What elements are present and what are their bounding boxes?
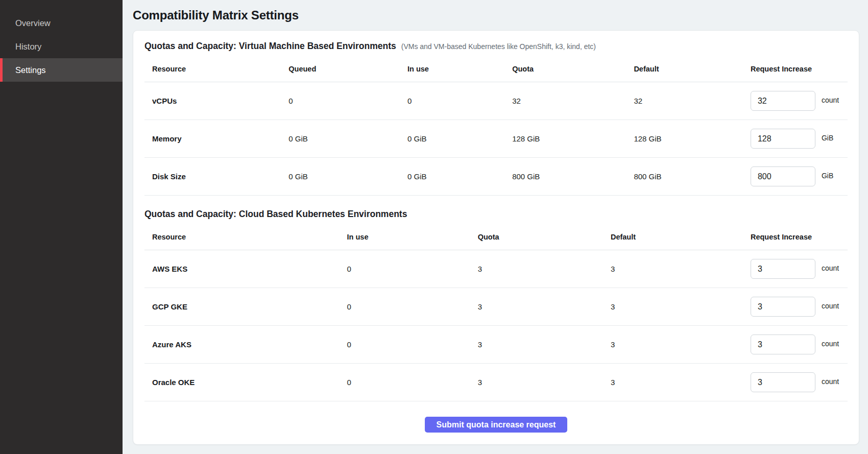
sidebar-item-history[interactable]: History	[0, 35, 123, 58]
request-increase-cell: GiB	[751, 129, 848, 149]
quota-section-2: Quotas and Capacity: Cloud Based Kuberne…	[144, 209, 848, 401]
cell-value: 0	[347, 265, 478, 273]
resource-name: Azure AKS	[144, 340, 347, 349]
cell-value: 0 GiB	[407, 134, 512, 143]
request-increase-cell: count	[751, 91, 848, 111]
request-increase-input-gcp-gke[interactable]	[751, 297, 815, 317]
cell-value: 0	[288, 97, 407, 105]
request-increase-input-azure-aks[interactable]	[751, 334, 815, 354]
resource-name: Disk Size	[144, 172, 288, 181]
sidebar-item-settings[interactable]: Settings	[0, 58, 123, 82]
cell-value: 0	[407, 97, 512, 105]
sidebar: OverviewHistorySettings	[0, 0, 123, 454]
request-increase-cell: count	[751, 259, 848, 279]
section-subtitle: (VMs and VM-based Kubernetes like OpenSh…	[401, 42, 596, 51]
cell-value: 3	[611, 340, 751, 349]
cell-value: 3	[611, 378, 751, 387]
section-title-row: Quotas and Capacity: Cloud Based Kuberne…	[144, 209, 848, 220]
request-increase-input-vcpus[interactable]	[751, 91, 815, 111]
table-row: Memory0 GiB0 GiB128 GiB128 GiBGiB	[144, 120, 848, 158]
resource-name: Oracle OKE	[144, 378, 347, 387]
column-header-quota: Quota	[478, 233, 611, 241]
unit-label: count	[822, 302, 839, 310]
table-row: GCP GKE033count	[144, 288, 848, 326]
cell-value: 0	[347, 340, 478, 349]
page-title: Compatibility Matrix Settings	[133, 8, 859, 22]
column-header-resource: Resource	[144, 233, 347, 241]
request-increase-input-disk-size[interactable]	[751, 166, 815, 186]
request-increase-input-aws-eks[interactable]	[751, 259, 815, 279]
unit-label: count	[822, 340, 839, 348]
column-header-in-use: In use	[347, 233, 478, 241]
resource-name: AWS EKS	[144, 265, 347, 273]
cell-value: 3	[611, 302, 751, 311]
column-header-request-increase: Request Increase	[751, 65, 848, 73]
section-title: Quotas and Capacity: Virtual Machine Bas…	[144, 41, 396, 52]
resource-name: GCP GKE	[144, 302, 347, 311]
table-header-row: ResourceQueuedIn useQuotaDefaultRequest …	[144, 56, 848, 82]
unit-label: count	[822, 96, 839, 104]
cell-value: 800 GiB	[634, 172, 751, 181]
table-row: vCPUs003232count	[144, 82, 848, 120]
cell-value: 0	[347, 302, 478, 311]
unit-label: GiB	[822, 134, 833, 142]
resource-name: Memory	[144, 134, 288, 143]
table-row: AWS EKS033count	[144, 250, 848, 288]
main-content: Compatibility Matrix Settings Quotas and…	[123, 0, 868, 454]
cell-value: 0 GiB	[288, 134, 407, 143]
column-header-default: Default	[611, 233, 751, 241]
quota-sections: Quotas and Capacity: Virtual Machine Bas…	[144, 41, 848, 401]
button-row: Submit quota increase request	[144, 417, 848, 433]
cell-value: 3	[478, 378, 611, 387]
column-header-queued: Queued	[288, 65, 407, 73]
cell-value: 32	[512, 97, 634, 105]
request-increase-input-oracle-oke[interactable]	[751, 372, 815, 392]
request-increase-cell: count	[751, 372, 848, 392]
request-increase-cell: GiB	[751, 166, 848, 186]
request-increase-cell: count	[751, 297, 848, 317]
settings-card: Quotas and Capacity: Virtual Machine Bas…	[133, 30, 859, 445]
column-header-request-increase: Request Increase	[751, 233, 848, 241]
cell-value: 800 GiB	[512, 172, 634, 181]
section-title: Quotas and Capacity: Cloud Based Kuberne…	[144, 209, 407, 220]
column-header-resource: Resource	[144, 65, 288, 73]
cell-value: 3	[478, 302, 611, 311]
column-header-default: Default	[634, 65, 751, 73]
sidebar-item-label: Overview	[15, 18, 51, 28]
unit-label: count	[822, 264, 839, 272]
request-increase-cell: count	[751, 334, 848, 354]
unit-label: count	[822, 377, 839, 386]
sidebar-item-label: Settings	[15, 65, 46, 75]
table-header-row: ResourceIn useQuotaDefaultRequest Increa…	[144, 224, 848, 250]
table-row: Oracle OKE033count	[144, 364, 848, 401]
sidebar-item-overview[interactable]: Overview	[0, 11, 123, 35]
cell-value: 3	[611, 265, 751, 273]
column-header-quota: Quota	[512, 65, 634, 73]
section-title-row: Quotas and Capacity: Virtual Machine Bas…	[144, 41, 848, 52]
table-row: Disk Size0 GiB0 GiB800 GiB800 GiBGiB	[144, 158, 848, 196]
cell-value: 0 GiB	[288, 172, 407, 181]
request-increase-input-memory[interactable]	[751, 129, 815, 149]
quota-section-1: Quotas and Capacity: Virtual Machine Bas…	[144, 41, 848, 196]
cell-value: 0	[347, 378, 478, 387]
table-row: Azure AKS033count	[144, 326, 848, 364]
cell-value: 0 GiB	[407, 172, 512, 181]
submit-quota-increase-button[interactable]: Submit quota increase request	[425, 417, 568, 433]
resource-name: vCPUs	[144, 97, 288, 105]
cell-value: 3	[478, 340, 611, 349]
cell-value: 128 GiB	[634, 134, 751, 143]
sidebar-item-label: History	[15, 42, 41, 52]
cell-value: 128 GiB	[512, 134, 634, 143]
cell-value: 32	[634, 97, 751, 105]
app-root: OverviewHistorySettings Compatibility Ma…	[0, 0, 868, 454]
column-header-in-use: In use	[407, 65, 512, 73]
unit-label: GiB	[822, 172, 833, 180]
cell-value: 3	[478, 265, 611, 273]
